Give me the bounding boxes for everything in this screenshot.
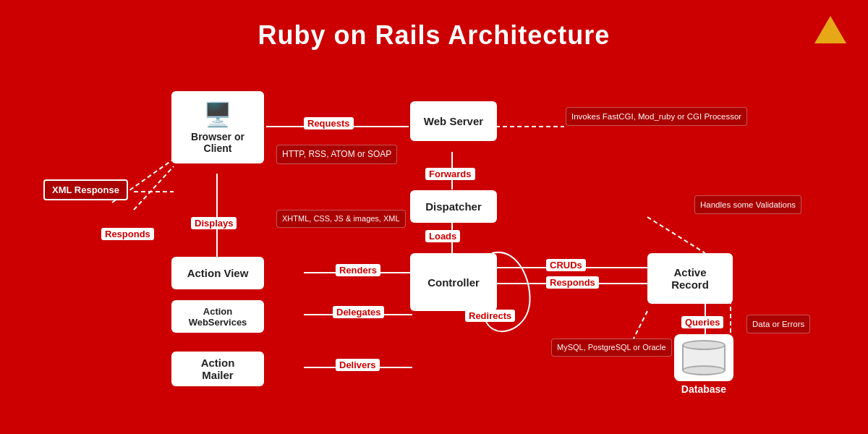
delegates-label: Delegates — [333, 306, 384, 318]
mysql-note: MySQL, PostgreSQL or Oracle — [551, 339, 672, 357]
responds-label: Responds — [101, 228, 154, 240]
http-note: HTTP, RSS, ATOM or SOAP — [276, 145, 397, 164]
action-mailer-box: Action Mailer — [171, 352, 264, 386]
browser-client-box: 🖥️ Browser or Client — [171, 91, 264, 163]
page-title: Ruby on Rails Architecture — [0, 0, 868, 51]
action-view-box: Action View — [171, 257, 264, 289]
xml-response-label: XML Response — [43, 179, 128, 200]
web-server-box: Web Server — [410, 101, 497, 141]
data-errors-note: Data or Errors — [746, 315, 810, 333]
renders-label: Renders — [336, 264, 380, 276]
logo-icon — [814, 16, 846, 43]
loads-label: Loads — [425, 230, 460, 242]
queries-label: Queries — [681, 316, 723, 328]
forwards-label: Forwards — [425, 168, 475, 180]
database-label: Database — [674, 383, 733, 395]
action-webservices-box: Action WebServices — [171, 300, 264, 333]
displays-label: Displays — [191, 217, 237, 229]
database-box — [674, 334, 733, 381]
xhtml-note: XHTML, CSS, JS & images, XML — [276, 210, 406, 228]
handles-note: Handles some Validations — [694, 195, 801, 214]
svg-line-15 — [647, 217, 705, 253]
cruds-label: CRUDs — [546, 259, 586, 271]
controller-box: Controller — [410, 253, 497, 311]
active-record-box: Active Record — [647, 253, 733, 304]
redirects-label: Redirects — [465, 310, 515, 322]
svg-line-13 — [134, 166, 174, 210]
responds2-label: Responds — [546, 276, 599, 289]
requests-label: Requests — [304, 117, 354, 129]
delivers-label: Delivers — [336, 359, 380, 371]
dispatcher-box: Dispatcher — [410, 190, 497, 223]
invokes-note: Invokes FastCGI, Mod_ruby or CGI Process… — [566, 107, 747, 126]
